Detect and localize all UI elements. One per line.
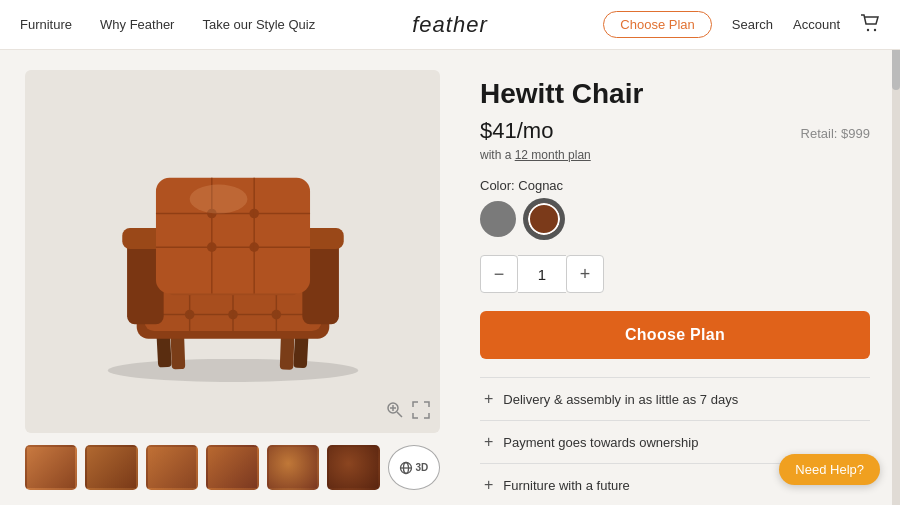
navbar: Furniture Why Feather Take our Style Qui…: [0, 0, 900, 50]
svg-point-34: [189, 184, 247, 213]
plan-link[interactable]: 12 month plan: [515, 148, 591, 162]
thumbnails-row: 3D: [25, 445, 440, 490]
need-help-button[interactable]: Need Help?: [779, 454, 880, 485]
product-info: Hewitt Chair $41/mo Retail: $999 with a …: [460, 50, 900, 505]
main-image-box: [25, 70, 440, 433]
brand-logo: feather: [412, 12, 488, 38]
nav-furniture[interactable]: Furniture: [20, 17, 72, 32]
product-title: Hewitt Chair: [480, 78, 870, 110]
cart-icon[interactable]: [860, 14, 880, 36]
accordion-plus-1: +: [484, 390, 493, 408]
nav-choose-plan-button[interactable]: Choose Plan: [603, 11, 711, 38]
3d-label: 3D: [399, 461, 428, 475]
choose-plan-main-button[interactable]: Choose Plan: [480, 311, 870, 359]
accordion-delivery[interactable]: + Delivery & assembly in as little as 7 …: [480, 377, 870, 420]
image-actions: [386, 401, 430, 423]
accordion-plus-2: +: [484, 433, 493, 451]
chair-svg: [63, 122, 403, 382]
image-panel: 3D: [0, 50, 460, 505]
quantity-decrease-button[interactable]: −: [480, 255, 518, 293]
swatch-cognac[interactable]: [526, 201, 562, 237]
svg-point-2: [107, 358, 357, 381]
svg-point-1: [874, 28, 876, 30]
price-row: $41/mo Retail: $999: [480, 118, 870, 144]
nav-style-quiz[interactable]: Take our Style Quiz: [202, 17, 315, 32]
color-swatches: [480, 201, 870, 237]
nav-why-feather[interactable]: Why Feather: [100, 17, 174, 32]
thumbnail-3[interactable]: [146, 445, 198, 490]
nav-right: Choose Plan Search Account: [603, 11, 880, 38]
nav-search[interactable]: Search: [732, 17, 773, 32]
accordion-plus-3: +: [484, 476, 493, 494]
main-content: 3D Hewitt Chair $41/mo Retail: $999 with…: [0, 50, 900, 505]
accordion-label-1: Delivery & assembly in as little as 7 da…: [503, 392, 738, 407]
thumbnail-2[interactable]: [85, 445, 137, 490]
swatch-gray[interactable]: [480, 201, 516, 237]
quantity-display: 1: [518, 255, 566, 293]
nav-left: Furniture Why Feather Take our Style Qui…: [20, 17, 315, 32]
thumbnail-6[interactable]: [327, 445, 379, 490]
nav-account[interactable]: Account: [793, 17, 840, 32]
thumbnail-1[interactable]: [25, 445, 77, 490]
accordion-list: + Delivery & assembly in as little as 7 …: [480, 377, 870, 505]
zoom-icon[interactable]: [386, 401, 404, 423]
retail-price: Retail: $999: [801, 126, 870, 141]
thumbnail-4[interactable]: [206, 445, 258, 490]
quantity-increase-button[interactable]: +: [566, 255, 604, 293]
price-main: $41/mo: [480, 118, 553, 144]
scrollbar[interactable]: [892, 0, 900, 505]
svg-point-0: [867, 28, 869, 30]
quantity-row: − 1 +: [480, 255, 870, 293]
accordion-label-3: Furniture with a future: [503, 478, 629, 493]
fullscreen-icon[interactable]: [412, 401, 430, 423]
accordion-label-2: Payment goes towards ownership: [503, 435, 698, 450]
view-3d-button[interactable]: 3D: [388, 445, 440, 490]
thumbnail-5[interactable]: [267, 445, 319, 490]
color-label: Color: Cognac: [480, 178, 870, 193]
plan-note: with a 12 month plan: [480, 148, 870, 162]
svg-line-36: [397, 412, 402, 417]
